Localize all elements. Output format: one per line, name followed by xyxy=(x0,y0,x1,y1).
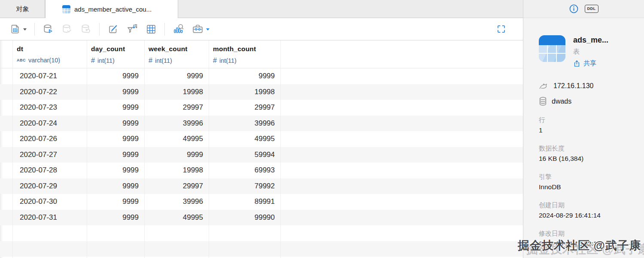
tab-objects[interactable]: 对象 xyxy=(0,0,45,18)
cell-week-count[interactable]: 9999 xyxy=(145,68,209,84)
cell-dt[interactable]: 2020-07-29 xyxy=(13,178,87,194)
cell-day-count[interactable]: 9999 xyxy=(87,163,145,178)
cell-filler xyxy=(281,210,523,226)
cell-day-count[interactable]: 9999 xyxy=(87,84,145,100)
cell-week-count[interactable]: 19998 xyxy=(145,163,209,178)
cell-week-count[interactable]: 29997 xyxy=(145,178,209,194)
cell-week-count[interactable]: 9999 xyxy=(145,147,209,163)
cell-month-count[interactable]: 9999 xyxy=(209,68,281,84)
edit-record-button[interactable] xyxy=(103,21,122,38)
info-field-engine: 引擎 InnoDB xyxy=(539,173,635,191)
cell-dt[interactable]: 2020-07-21 xyxy=(13,68,87,84)
cell-dt[interactable]: 2020-07-24 xyxy=(13,116,87,132)
table-object-icon xyxy=(539,35,565,62)
apply-changes-button[interactable] xyxy=(39,21,58,38)
row-gutter[interactable] xyxy=(0,147,13,163)
cell-dt[interactable]: 2020-07-30 xyxy=(13,194,87,210)
table-grid-icon xyxy=(146,24,157,35)
field-label: 修改日期 xyxy=(539,230,635,238)
header-filler xyxy=(281,40,523,68)
cell-month-count[interactable]: 79992 xyxy=(209,178,281,194)
field-value: 16 KB (16,384) xyxy=(539,155,635,163)
row-gutter[interactable] xyxy=(0,84,13,100)
cell-day-count[interactable]: 9999 xyxy=(87,178,145,194)
cell-week-count[interactable]: 49995 xyxy=(145,131,209,147)
main-area: 对象 ads_member_active_cou... xyxy=(0,0,523,258)
cell-dt[interactable]: 2020-07-27 xyxy=(13,147,87,163)
table-row: 2020-07-30 9999 39996 89991 xyxy=(0,194,523,210)
cell-dt[interactable]: 2020-07-23 xyxy=(13,100,87,116)
table-row: 2020-07-31 9999 49995 99990 xyxy=(0,210,523,226)
cell-day-count[interactable]: 9999 xyxy=(87,68,145,84)
cell-month-count[interactable]: 39996 xyxy=(209,116,281,132)
row-gutter-header[interactable] xyxy=(0,40,13,68)
commit-button[interactable] xyxy=(58,21,76,38)
table-row: 2020-07-24 9999 39996 39996 xyxy=(0,116,523,132)
cell-week-count[interactable]: 39996 xyxy=(145,116,209,132)
cell-week-count[interactable]: 19998 xyxy=(145,84,209,100)
cell-day-count[interactable]: 9999 xyxy=(87,116,145,132)
toolbox-button[interactable] xyxy=(188,21,213,38)
cell-month-count[interactable]: 29997 xyxy=(209,100,281,116)
column-header-month-count[interactable]: month_count #int(11) xyxy=(209,40,281,68)
tab-table-active[interactable]: ads_member_active_cou... xyxy=(45,0,178,18)
field-label: 创建日期 xyxy=(539,201,635,209)
row-gutter[interactable] xyxy=(0,210,13,226)
form-view-button[interactable] xyxy=(6,21,30,38)
connection-database-row: dwads xyxy=(539,97,635,106)
column-header-day-count[interactable]: day_count #int(11) xyxy=(87,40,145,68)
table-icon xyxy=(62,5,70,13)
row-gutter[interactable] xyxy=(0,68,13,84)
row-gutter[interactable] xyxy=(0,194,13,210)
cell-month-count[interactable]: 49995 xyxy=(209,131,281,147)
cell-month-count[interactable]: 59994 xyxy=(209,147,281,163)
fullscreen-button[interactable] xyxy=(492,21,510,38)
column-type: int(11) xyxy=(155,57,172,64)
info-icon[interactable] xyxy=(569,4,578,13)
cell-filler xyxy=(281,178,523,194)
chart-analyze-button[interactable] xyxy=(169,21,188,38)
column-header-dt[interactable]: dt ABCvarchar(10) xyxy=(13,40,87,68)
cell-dt[interactable]: 2020-07-28 xyxy=(13,163,87,178)
table-row: 2020-07-29 9999 29997 79992 xyxy=(0,178,523,194)
cell-day-count[interactable]: 9999 xyxy=(87,210,145,226)
cell-month-count[interactable]: 89991 xyxy=(209,194,281,210)
cell-day-count[interactable]: 9999 xyxy=(87,147,145,163)
cell-dt[interactable]: 2020-07-31 xyxy=(13,210,87,226)
info-field-data-length: 数据长度 16 KB (16,384) xyxy=(539,144,635,163)
int-type-icon: # xyxy=(149,57,152,64)
caret-down-icon xyxy=(206,28,210,31)
cell-week-count[interactable]: 39996 xyxy=(145,194,209,210)
cell-day-count[interactable]: 9999 xyxy=(87,131,145,147)
cell-dt[interactable]: 2020-07-26 xyxy=(13,131,87,147)
cell-filler xyxy=(281,68,523,84)
ddl-button[interactable]: DDL xyxy=(585,5,598,13)
cell-week-count[interactable]: 29997 xyxy=(145,100,209,116)
column-type: int(11) xyxy=(219,57,237,64)
fullscreen-icon xyxy=(496,24,506,34)
row-gutter[interactable] xyxy=(0,100,13,116)
cell-month-count[interactable]: 19998 xyxy=(209,84,281,100)
cell-day-count[interactable]: 9999 xyxy=(87,100,145,116)
row-gutter[interactable] xyxy=(0,131,13,147)
toolbar-separator xyxy=(34,23,35,36)
row-gutter[interactable] xyxy=(0,116,13,132)
info-panel-toolbar: DDL xyxy=(523,0,644,18)
share-button[interactable]: 共享 xyxy=(573,59,608,68)
column-header-week-count[interactable]: week_count #int(11) xyxy=(145,40,209,68)
row-gutter[interactable] xyxy=(0,163,13,178)
rollback-button[interactable] xyxy=(76,21,95,38)
row-gutter[interactable] xyxy=(0,178,13,194)
filter-sort-button[interactable] xyxy=(122,21,142,38)
cell-dt[interactable]: 2020-07-22 xyxy=(13,84,87,100)
grid-view-button[interactable] xyxy=(142,21,161,38)
column-name: week_count xyxy=(149,45,205,53)
tab-bar: 对象 ads_member_active_cou... xyxy=(0,0,523,18)
cell-month-count[interactable]: 99990 xyxy=(209,210,281,226)
info-field-rows: 行 1 xyxy=(539,116,635,134)
connection-host-row: 172.16.1.130 xyxy=(539,81,635,91)
column-name: month_count xyxy=(213,45,277,53)
cell-day-count[interactable]: 9999 xyxy=(87,194,145,210)
cell-week-count[interactable]: 49995 xyxy=(145,210,209,226)
cell-month-count[interactable]: 69993 xyxy=(209,163,281,178)
